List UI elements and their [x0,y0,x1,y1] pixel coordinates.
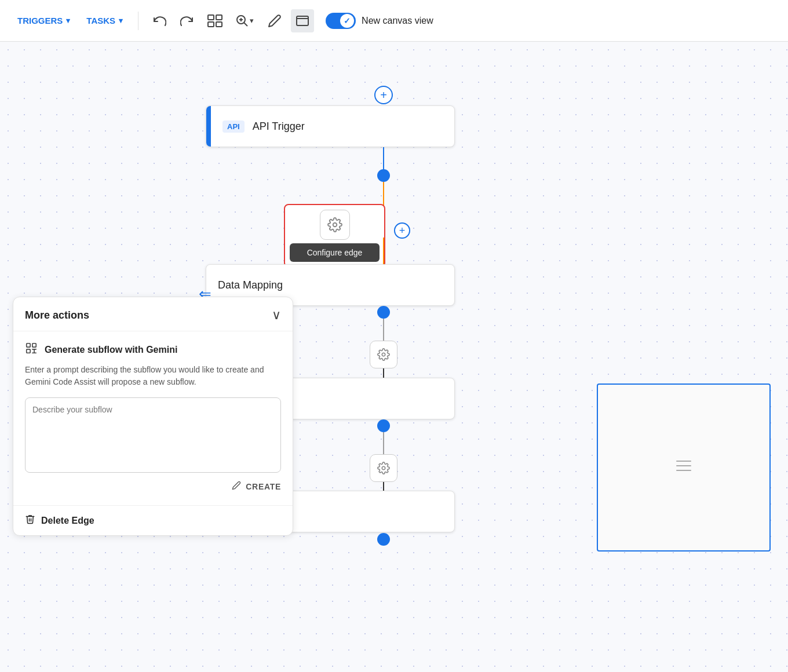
new-canvas-label: New canvas view [362,16,433,26]
svg-line-5 [244,23,247,26]
add-node-edge-right-button[interactable]: + [394,222,410,239]
panel-footer[interactable]: Delete Edge [13,505,293,535]
connector-dot-7 [377,533,390,546]
node-api-label-box: API API Trigger [211,120,316,133]
check-icon: ✓ [344,16,351,25]
panel-collapse-button[interactable]: ∨ [272,308,281,323]
redo-button[interactable] [176,9,199,32]
svg-rect-14 [32,344,36,347]
delete-icon [25,514,35,527]
svg-rect-0 [208,15,214,20]
svg-point-10 [333,223,337,227]
toggle-knob: ✓ [340,14,354,28]
connector-line-2 [383,319,384,343]
triggers-label: TRIGGERS [17,16,63,25]
zoom-chevron-icon: ▾ [250,16,254,25]
gear-2-icon [377,348,390,361]
svg-rect-3 [216,22,222,27]
edit-button[interactable] [263,9,286,32]
add-node-top-button[interactable]: + [374,86,393,104]
gemini-icon [25,342,38,358]
more-actions-panel: More actions ∨ Generate subflow with Gem… [13,297,293,536]
svg-point-11 [382,353,385,356]
tasks-button[interactable]: TASKS ▾ [81,12,129,29]
node-color-bar [206,106,211,147]
configure-edge-tooltip: Configure edge [290,243,380,262]
triggers-chevron-icon: ▾ [66,16,70,25]
connector-dot-5 [377,419,390,432]
undo-button[interactable] [148,9,171,32]
gear-node-3[interactable] [370,454,397,482]
svg-rect-1 [216,15,222,20]
create-label: CREATE [246,482,281,491]
new-canvas-toggle[interactable]: ✓ [326,13,356,29]
api-trigger-node[interactable]: API API Trigger [206,105,455,147]
svg-rect-15 [27,349,30,353]
svg-rect-2 [208,22,214,27]
panel-body: Generate subflow with Gemini Enter a pro… [13,331,293,505]
create-row: CREATE [25,475,281,495]
gemini-description: Enter a prompt describing the subflow yo… [25,364,281,388]
gear-icon [327,217,342,232]
layout-button[interactable] [203,9,227,32]
configure-edge-gear [320,210,350,240]
gear-node-2[interactable] [370,341,397,368]
gear-3-icon [377,462,390,474]
svg-rect-8 [297,16,308,25]
api-trigger-title: API Trigger [253,120,305,133]
panel-title: More actions [25,309,89,322]
panel-header: More actions ∨ [13,297,293,331]
mini-map [597,384,771,552]
new-canvas-toggle-area: ✓ New canvas view [326,13,433,29]
triggers-button[interactable]: TRIGGERS ▾ [12,12,76,29]
data-mapping-title: Data Mapping [206,279,283,291]
create-button[interactable]: CREATE [232,481,281,492]
connector-dot-3 [377,306,390,319]
mini-map-icon [674,456,693,479]
configure-edge-node[interactable]: Configure edge [284,204,385,268]
create-icon [232,481,241,492]
zoom-button[interactable]: ▾ [231,11,258,31]
svg-point-12 [382,466,385,470]
connector-line-1 [383,147,384,170]
connector-dot-1 [377,169,390,182]
canvas-view-button[interactable] [291,9,314,32]
tasks-label: TASKS [86,16,115,25]
connector-line-4 [383,432,384,456]
divider-1 [138,12,138,30]
api-tag: API [222,120,245,133]
subflow-textarea[interactable] [25,397,281,473]
delete-label: Delete Edge [41,516,94,526]
gemini-row: Generate subflow with Gemini [25,342,281,358]
canvas-area: + API API Trigger Configure edge + Data … [0,42,788,672]
svg-rect-13 [27,344,30,347]
toolbar: TRIGGERS ▾ TASKS ▾ ▾ ✓ New canvas view [0,0,788,42]
tasks-chevron-icon: ▾ [119,16,123,25]
gemini-title: Generate subflow with Gemini [45,345,177,355]
